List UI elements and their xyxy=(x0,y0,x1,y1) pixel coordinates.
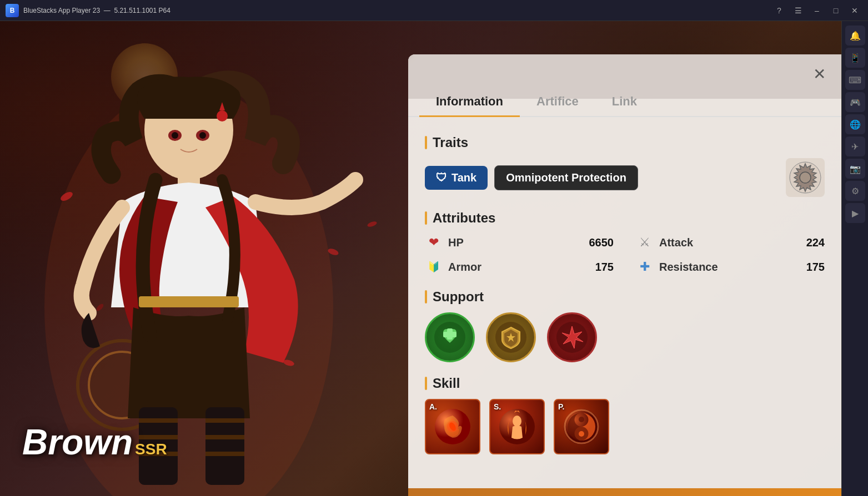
menu-button[interactable]: ☰ xyxy=(790,3,806,18)
hp-label: HP xyxy=(448,236,584,249)
svg-point-5 xyxy=(199,132,206,139)
info-panel: ✕ Information Artifice Link Traits 🛡 Tan… xyxy=(408,54,841,496)
attr-armor-row: 🔰 Armor 175 xyxy=(425,258,614,276)
svg-rect-16 xyxy=(205,452,244,456)
skill-card-p[interactable]: P. xyxy=(554,399,609,454)
sidebar-phone-icon[interactable]: 📱 xyxy=(845,48,865,68)
character-name: Brown xyxy=(22,422,133,463)
support-icon-gold[interactable] xyxy=(486,312,536,362)
armor-icon: 🔰 xyxy=(425,258,443,276)
skill-a-label: A. xyxy=(429,402,437,411)
attr-hp-row: ❤ HP 6650 xyxy=(425,234,614,251)
resistance-label: Resistance xyxy=(659,261,801,274)
svg-point-4 xyxy=(172,132,178,139)
attributes-grid: ❤ HP 6650 ⚔ Attack 224 🔰 Armor 175 xyxy=(425,234,825,276)
trait-tank-badge[interactable]: 🛡 Tank xyxy=(425,166,488,190)
sidebar-camera-icon[interactable]: 📷 xyxy=(845,159,865,179)
svg-rect-14 xyxy=(205,418,244,423)
character-rarity: SSR xyxy=(135,441,167,458)
skill-title: Skill xyxy=(425,376,825,391)
trait-emblem xyxy=(786,158,825,197)
trait-omnipotent-badge[interactable]: Omnipotent Protection xyxy=(494,165,638,190)
right-sidebar: 🔔 📱 ⌨ 🎮 🌐 ✈ 📷 ⚙ ▶ xyxy=(841,21,868,496)
attack-icon: ⚔ xyxy=(636,234,654,251)
svg-point-17 xyxy=(217,110,228,122)
tab-artifice[interactable]: Artifice xyxy=(520,88,595,117)
tab-bar: Information Artifice Link xyxy=(408,88,841,117)
hp-icon: ❤ xyxy=(425,234,443,251)
app-title: BlueStacks App Player 23 — 5.21.511.1001… xyxy=(23,7,771,14)
attack-value: 224 xyxy=(806,236,825,249)
title-bar: B BlueStacks App Player 23 — 5.21.511.10… xyxy=(0,0,868,21)
support-icons-row xyxy=(425,312,825,362)
help-button[interactable]: ? xyxy=(771,3,787,18)
minimize-button[interactable]: – xyxy=(809,3,825,18)
svg-point-23 xyxy=(367,220,378,228)
sidebar-play-icon[interactable]: ▶ xyxy=(845,203,865,223)
hp-value: 6650 xyxy=(589,236,614,249)
armor-label: Armor xyxy=(448,261,590,274)
sidebar-globe-icon[interactable]: 🌐 xyxy=(845,114,865,134)
omnipotent-label: Omnipotent Protection xyxy=(506,171,626,184)
armor-value: 175 xyxy=(595,261,614,274)
svg-point-39 xyxy=(579,431,584,437)
close-panel-button[interactable]: ✕ xyxy=(808,63,830,85)
resistance-value: 175 xyxy=(806,261,825,274)
attributes-title: Attributes xyxy=(425,210,825,226)
trait-tank-label: Tank xyxy=(451,171,476,184)
support-icon-green[interactable] xyxy=(425,312,475,362)
panel-content: Traits 🛡 Tank Omnipotent Protection xyxy=(408,124,841,496)
sidebar-notification-icon[interactable]: 🔔 xyxy=(845,26,865,45)
resistance-icon: ✚ xyxy=(636,258,654,276)
support-icon-red[interactable] xyxy=(547,312,597,362)
skill-card-a[interactable]: A. xyxy=(425,399,480,454)
close-window-button[interactable]: ✕ xyxy=(847,3,862,18)
attributes-section: Attributes ❤ HP 6650 ⚔ Attack 224 xyxy=(425,210,825,276)
sidebar-airplane-icon[interactable]: ✈ xyxy=(845,136,865,156)
window-controls: ? ☰ – □ ✕ xyxy=(771,3,862,18)
sidebar-gamepad-icon[interactable]: 🎮 xyxy=(845,92,865,112)
svg-point-25 xyxy=(800,172,811,183)
skill-s-label: S. xyxy=(494,402,501,411)
attr-attack-row: ⚔ Attack 224 xyxy=(636,234,825,251)
support-section: Support xyxy=(425,289,825,362)
sidebar-keyboard-icon[interactable]: ⌨ xyxy=(845,70,865,90)
svg-rect-18 xyxy=(139,296,239,307)
skill-p-label: P. xyxy=(558,402,564,411)
game-area: Brown SSR ✕ Information Artifice Link Tr… xyxy=(0,21,841,496)
bottom-accent-bar xyxy=(408,488,841,496)
svg-point-36 xyxy=(513,416,521,427)
attack-label: Attack xyxy=(659,236,801,249)
skill-icons-row: A. xyxy=(425,399,825,454)
traits-section: Traits 🛡 Tank Omnipotent Protection xyxy=(425,135,825,197)
svg-rect-28 xyxy=(443,332,456,337)
skill-card-s[interactable]: S. xyxy=(489,399,545,454)
tab-link[interactable]: Link xyxy=(595,88,654,117)
app-icon: B xyxy=(6,4,19,17)
tank-icon: 🛡 xyxy=(436,171,447,184)
svg-rect-15 xyxy=(205,435,244,439)
tab-information[interactable]: Information xyxy=(419,88,520,117)
traits-row: 🛡 Tank Omnipotent Protection xyxy=(425,158,825,197)
support-title: Support xyxy=(425,289,825,305)
skill-section: Skill A. xyxy=(425,376,825,454)
attr-resistance-row: ✚ Resistance 175 xyxy=(636,258,825,276)
svg-point-38 xyxy=(579,417,584,422)
sidebar-settings-icon[interactable]: ⚙ xyxy=(845,181,865,201)
character-name-display: Brown SSR xyxy=(22,422,167,463)
traits-title: Traits xyxy=(425,135,825,150)
restore-button[interactable]: □ xyxy=(828,3,844,18)
